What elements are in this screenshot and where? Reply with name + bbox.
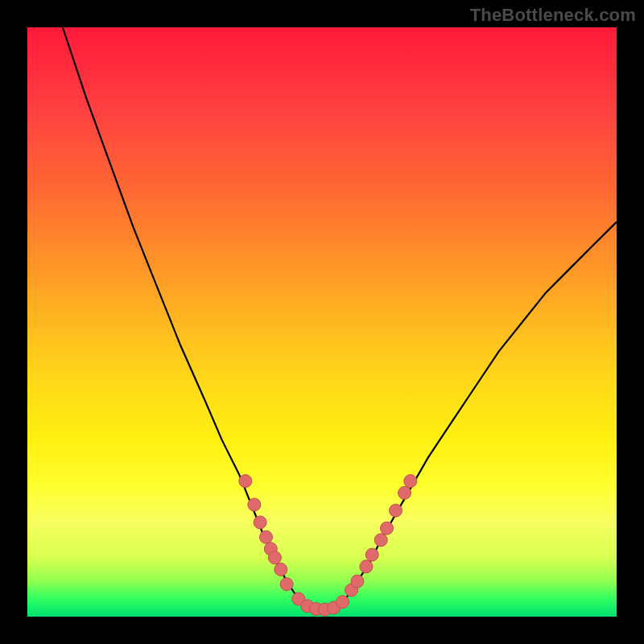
- curve-marker: [268, 551, 281, 564]
- curve-marker: [365, 548, 378, 561]
- curve-marker: [280, 578, 293, 591]
- bottleneck-curve: [63, 27, 617, 611]
- curve-layer: [27, 27, 617, 617]
- plot-area: [27, 27, 617, 617]
- watermark-text: TheBottleneck.com: [470, 5, 636, 26]
- curve-marker: [248, 498, 261, 511]
- curve-marker: [390, 504, 402, 517]
- curve-marker: [275, 563, 287, 576]
- curve-markers: [239, 475, 417, 617]
- curve-marker: [374, 534, 387, 547]
- curve-marker: [381, 522, 394, 535]
- curve-marker: [404, 475, 417, 488]
- curve-marker: [360, 560, 373, 573]
- curve-marker: [336, 596, 349, 609]
- curve-marker: [260, 530, 273, 543]
- curve-marker: [239, 475, 252, 488]
- curve-marker: [254, 516, 266, 529]
- chart-frame: TheBottleneck.com: [0, 0, 644, 644]
- curve-marker: [398, 486, 411, 499]
- curve-marker: [351, 575, 364, 588]
